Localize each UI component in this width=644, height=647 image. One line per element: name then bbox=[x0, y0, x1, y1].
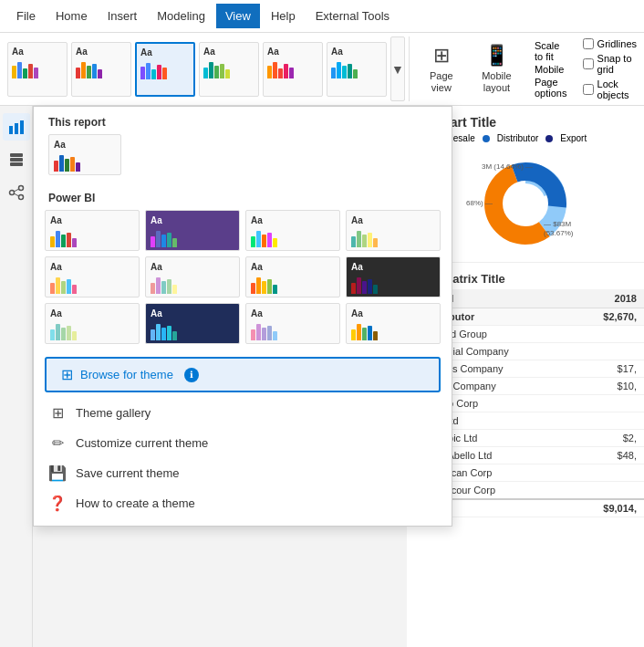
pbi-theme-2[interactable]: Aa bbox=[245, 210, 340, 251]
ribbon-theme-aa: Aa bbox=[76, 47, 88, 57]
this-report-title: This report bbox=[34, 107, 452, 134]
how-to-theme-item[interactable]: ❓ How to create a theme bbox=[34, 488, 452, 518]
save-theme-item[interactable]: 💾 Save current theme bbox=[34, 458, 452, 488]
ribbon-checkbox-1[interactable]: Snap to grid bbox=[583, 53, 637, 75]
mini-bar bbox=[256, 324, 261, 340]
theme-gallery-item[interactable]: ⊞ Theme gallery bbox=[34, 398, 452, 428]
pbi-theme-aa: Aa bbox=[50, 308, 134, 318]
mobile-label: Mobile bbox=[535, 64, 570, 75]
donut-label-right: — $83M bbox=[544, 220, 572, 228]
mini-bar bbox=[92, 64, 97, 78]
svg-point-6 bbox=[9, 191, 14, 195]
mini-bar bbox=[373, 238, 378, 247]
mini-bar bbox=[161, 235, 166, 247]
table-cell-value: $9,014, bbox=[572, 499, 644, 517]
ribbon-theme-5[interactable]: Aa bbox=[327, 42, 387, 97]
mini-bar bbox=[284, 64, 288, 78]
pbi-theme-aa: Aa bbox=[251, 308, 335, 318]
ribbon-theme-4[interactable]: Aa bbox=[263, 42, 323, 97]
checkbox-input-1[interactable] bbox=[583, 58, 594, 69]
menu-insert[interactable]: Insert bbox=[99, 4, 147, 28]
svg-point-8 bbox=[18, 195, 23, 200]
menu-help[interactable]: Help bbox=[262, 4, 305, 28]
pbi-theme-4[interactable]: Aa bbox=[45, 256, 140, 297]
this-report-theme-1[interactable]: Aa bbox=[48, 134, 121, 175]
sidebar-icon-data[interactable] bbox=[3, 146, 30, 173]
ribbon-theme-aa: Aa bbox=[140, 47, 152, 57]
pbi-theme-aa: Aa bbox=[251, 262, 335, 272]
table-cell-value bbox=[572, 464, 644, 482]
pbi-theme-aa: Aa bbox=[151, 308, 234, 318]
mini-bar bbox=[353, 69, 358, 78]
browse-label: Browse for theme bbox=[80, 368, 173, 381]
pbi-theme-8[interactable]: Aa bbox=[45, 303, 140, 344]
mini-bars bbox=[351, 227, 435, 247]
pbi-theme-5[interactable]: Aa bbox=[145, 256, 240, 297]
browse-for-theme-button[interactable]: ⊞ Browse for theme ℹ bbox=[45, 357, 441, 392]
ribbon-theme-1[interactable]: Aa bbox=[71, 42, 131, 97]
sidebar-icon-report[interactable] bbox=[3, 113, 30, 141]
mini-bar bbox=[172, 285, 177, 294]
mini-bar bbox=[251, 283, 255, 294]
donut-label-right2: (53.67%) bbox=[544, 229, 574, 237]
page-view-button[interactable]: ⊞ Page view bbox=[419, 40, 464, 98]
ribbon-theme-2[interactable]: Aa bbox=[135, 42, 195, 97]
mini-bar bbox=[167, 279, 171, 294]
ribbon-labels: Scale to fit Mobile Page options bbox=[529, 40, 576, 99]
mini-bar bbox=[72, 238, 77, 247]
ribbon-theme-0[interactable]: Aa bbox=[7, 42, 68, 97]
mini-bar bbox=[225, 69, 230, 78]
menu-modeling[interactable]: Modeling bbox=[148, 4, 214, 28]
ribbon-checkbox-0[interactable]: Gridlines bbox=[583, 38, 637, 49]
mini-bar bbox=[156, 277, 161, 294]
pbi-theme-1[interactable]: Aa bbox=[145, 210, 240, 251]
mini-bar bbox=[81, 62, 86, 78]
mini-bar bbox=[156, 231, 161, 247]
pbi-theme-9[interactable]: Aa bbox=[145, 303, 240, 344]
mini-bar bbox=[368, 326, 372, 340]
menu-external-tools[interactable]: External Tools bbox=[306, 4, 399, 28]
mini-bar bbox=[256, 277, 261, 294]
table-cell-value bbox=[572, 482, 644, 500]
mobile-layout-button[interactable]: 📱 Mobile layout bbox=[472, 40, 522, 98]
mini-bar bbox=[351, 283, 356, 294]
ribbon-checkbox-2[interactable]: Lock objects bbox=[583, 78, 637, 100]
mini-bar bbox=[357, 231, 361, 247]
mini-bar bbox=[61, 235, 66, 247]
customize-theme-item[interactable]: ✏ Customize current theme bbox=[34, 428, 452, 458]
pbi-theme-3[interactable]: Aa bbox=[346, 210, 441, 251]
sidebar-icon-model[interactable] bbox=[3, 179, 30, 206]
menu-home[interactable]: Home bbox=[47, 4, 97, 28]
svg-line-9 bbox=[14, 189, 19, 192]
menu-file[interactable]: File bbox=[7, 4, 45, 28]
mini-bar bbox=[28, 64, 33, 78]
mini-bar bbox=[50, 283, 55, 294]
mini-bar bbox=[203, 68, 208, 78]
pbi-theme-7[interactable]: Aa bbox=[346, 256, 441, 297]
pbi-theme-6[interactable]: Aa bbox=[245, 256, 340, 297]
pbi-theme-11[interactable]: Aa bbox=[346, 303, 441, 344]
ribbon-theme-3[interactable]: Aa bbox=[199, 42, 259, 97]
pbi-theme-aa: Aa bbox=[351, 262, 435, 272]
mini-bar bbox=[76, 68, 80, 78]
donut-hole bbox=[505, 183, 545, 224]
mini-bar bbox=[56, 324, 60, 340]
col-2018: 2018 bbox=[572, 289, 644, 308]
pbi-theme-10[interactable]: Aa bbox=[245, 303, 340, 344]
mini-bar bbox=[373, 331, 378, 340]
mini-bar bbox=[151, 283, 155, 294]
ribbon-scroll-button[interactable]: ▼ bbox=[390, 37, 405, 101]
checkbox-input-2[interactable] bbox=[583, 84, 594, 95]
table-cell-value: $17, bbox=[572, 360, 644, 378]
mini-bar bbox=[348, 64, 352, 78]
menu-view[interactable]: View bbox=[216, 4, 260, 28]
mini-bar bbox=[273, 238, 277, 247]
checkbox-input-0[interactable] bbox=[583, 38, 594, 49]
theme-aa-label: Aa bbox=[54, 140, 116, 150]
pbi-theme-0[interactable]: Aa bbox=[45, 210, 140, 251]
mini-bar bbox=[342, 66, 347, 78]
mini-bar bbox=[267, 233, 272, 247]
mini-bar bbox=[262, 328, 266, 340]
legend-distributor-label: Distributor bbox=[497, 133, 539, 143]
mini-bar bbox=[56, 277, 60, 294]
